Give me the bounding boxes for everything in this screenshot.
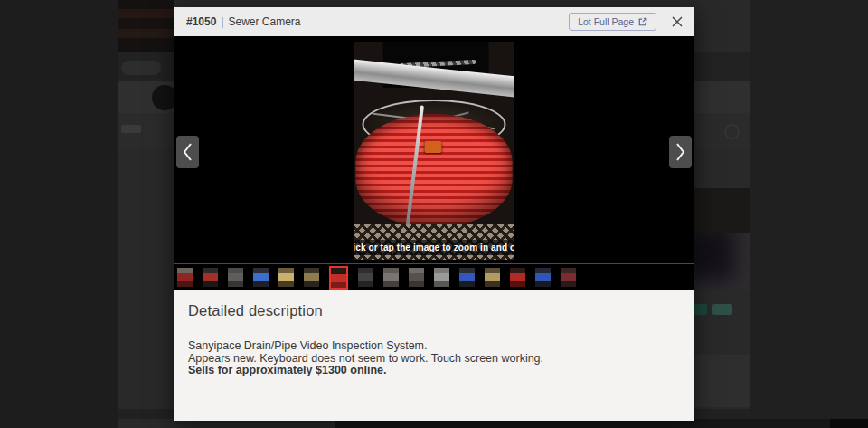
close-icon [671,15,684,28]
thumbnail[interactable] [535,268,551,287]
backdrop-light-panel [694,355,750,407]
backdrop-label-chip [121,125,141,133]
close-button[interactable] [671,15,684,28]
description-heading: Detailed description [188,302,680,319]
thumbnail[interactable] [253,268,269,287]
thumbnail[interactable] [561,268,576,287]
backdrop-left-gutter [0,0,118,428]
thumbnail[interactable] [358,268,373,287]
thumbnail[interactable] [459,268,475,287]
thumbnail-selected[interactable] [329,266,348,290]
thumbnail[interactable] [434,268,449,287]
backdrop-button-pill [121,61,161,75]
thumbnail[interactable] [383,268,399,287]
photo-red-cable-coil [355,114,512,227]
detailed-description-section: Detailed description Sanyipace Drain/Pip… [174,290,694,421]
lot-full-page-button[interactable]: Lot Full Page [569,13,656,31]
thumbnail[interactable] [228,268,243,287]
thumbnail[interactable] [304,268,319,287]
lot-photo[interactable]: Click or tap the image to zoom in and ou… [354,42,514,260]
chevron-left-icon [182,142,193,162]
thumbnail[interactable] [409,268,424,287]
thumbnail[interactable] [203,268,218,287]
lot-number: #1050 [186,15,216,28]
thumbnail[interactable] [177,268,193,287]
next-image-button[interactable] [669,136,692,168]
backdrop-lot-photo-1 [694,188,750,233]
lot-full-page-label: Lot Full Page [578,16,634,27]
previous-image-button[interactable] [176,136,199,168]
thumbnail[interactable] [278,268,294,287]
heading-divider [188,328,680,328]
description-line: Sells for approximately $1300 online. [188,365,680,377]
title-separator: | [221,15,223,28]
external-link-icon [638,17,647,26]
description-line: Sanyipace Drain/Pipe Video Inspection Sy… [188,340,680,353]
backdrop-list-rows [118,0,174,52]
description-lines: Sanyipace Drain/Pipe Video Inspection Sy… [188,340,680,377]
backdrop-teal-badge-2 [712,304,732,315]
backdrop-lot-photo-2 [694,233,750,290]
lot-name: Sewer Camera [229,15,301,28]
thumbnail[interactable] [510,268,525,287]
backdrop-round-button [724,124,740,139]
zoom-hint: Click or tap the image to zoom in and ou… [354,240,514,255]
description-line: Appears new. Keyboard does not seem to w… [188,353,680,366]
thumbnail[interactable] [485,268,500,287]
thumbnail-strip [174,263,694,290]
lot-preview-modal: #1050|Sewer Camera Lot Full Page [174,7,694,421]
screen: #1050|Sewer Camera Lot Full Page [0,0,868,428]
chevron-right-icon [675,142,686,162]
modal-header: #1050|Sewer Camera Lot Full Page [174,7,694,36]
image-stage: Click or tap the image to zoom in and ou… [174,36,694,263]
photo-orange-clip [424,141,441,153]
backdrop-right-gutter [750,0,868,428]
lot-title: #1050|Sewer Camera [186,15,301,28]
backdrop-bottom-corner [830,419,868,428]
